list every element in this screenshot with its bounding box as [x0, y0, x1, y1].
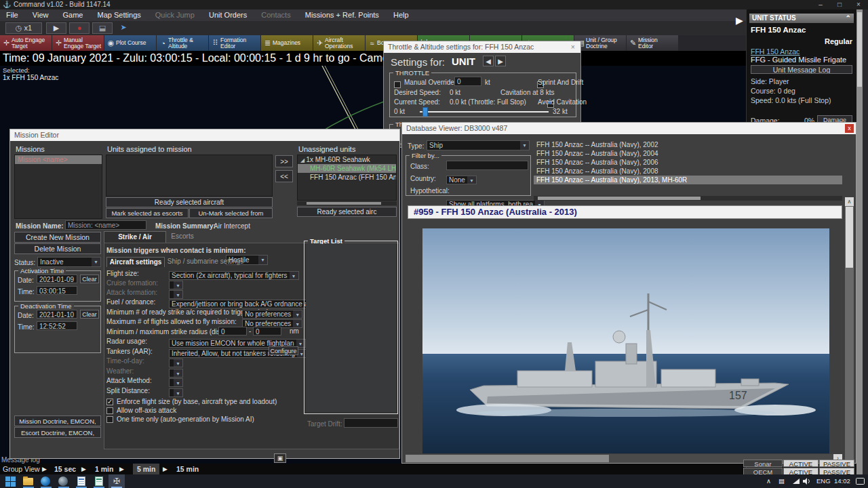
db-vscrollbar[interactable]: ∧ [845, 197, 854, 463]
taskbar-clock[interactable]: 14:02 [834, 474, 850, 488]
subtab-ship-submarine-settings[interactable]: Ship / submarine settings [165, 257, 245, 267]
activation-time-input[interactable]: 03:00:15 [37, 286, 77, 295]
sonar-active-button[interactable]: ACTIVE [783, 460, 818, 467]
aircraft-operations-button[interactable]: ✈Aircraft Operations [313, 35, 365, 51]
subtab-aircraft-settings[interactable]: Aircraft settings [106, 257, 165, 267]
volume-icon[interactable] [803, 478, 811, 485]
target-list-box[interactable] [306, 244, 396, 412]
maximize-button[interactable]: □ [830, 0, 849, 9]
file-explorer-icon[interactable] [23, 476, 34, 487]
tab-strike-air-intercept[interactable]: Strike / Air Intercept [104, 231, 166, 243]
command-game-icon[interactable]: ✠ [111, 476, 122, 487]
step-15min-button[interactable]: 15 min [176, 464, 199, 474]
delete-mission-button[interactable]: Delete Mission [14, 243, 101, 254]
deactivation-date-input[interactable]: 2021-01-10 [37, 310, 77, 319]
scrollbar-thumb[interactable] [846, 207, 853, 268]
result-row[interactable]: FFH 150 Anzac -- Australia (Navy), 2004 [534, 149, 842, 158]
search-results-list[interactable]: FFH 150 Anzac -- Australia (Navy), 2002 … [534, 140, 842, 195]
results-hscrollbar[interactable] [534, 196, 842, 201]
status-dropdown[interactable]: Inactive▾ [37, 257, 101, 267]
steam-icon[interactable] [58, 476, 69, 487]
document-app-icon[interactable] [76, 476, 87, 487]
step-15sec-button[interactable]: 15 sec [54, 464, 76, 474]
result-row[interactable]: FFH 150 Anzac -- Australia (Navy), 2002 [534, 140, 842, 149]
scroll-up-arrow[interactable]: ∧ [845, 197, 854, 206]
unassign-unit-button[interactable]: << [275, 170, 293, 182]
network-icon[interactable] [792, 478, 800, 485]
configure-tankers-button[interactable]: Configure [269, 346, 298, 355]
minimize-button[interactable]: – [811, 0, 830, 9]
result-row-selected[interactable]: FFH 150 Anzac -- Australia (Navy), 2013,… [534, 176, 842, 184]
menu-view[interactable]: View [33, 11, 49, 19]
deactivation-time-input[interactable]: 12:52:52 [37, 321, 77, 330]
scrollbar-thumb[interactable] [406, 455, 609, 462]
unit-message-log-button[interactable]: Unit Message Log [751, 65, 852, 74]
target-drift-input[interactable] [344, 418, 398, 428]
scrollbar-thumb[interactable] [538, 197, 701, 200]
formation-editor-button[interactable]: ⠿Formation Editor [209, 35, 260, 51]
menu-file[interactable]: File [6, 11, 18, 19]
unit-group-doctrine-button[interactable]: ▤Unit / Group Doctrine [574, 35, 626, 51]
min-strike-radius-input[interactable]: 0 [218, 327, 247, 336]
manual-override-checkbox[interactable] [394, 81, 401, 88]
notification-icon[interactable] [856, 478, 865, 485]
activation-clear-button[interactable]: Clear [80, 274, 99, 283]
assign-unit-button[interactable]: >> [275, 155, 293, 167]
enforce-flight-size-checkbox[interactable] [106, 399, 113, 405]
prev-unit-button[interactable]: ◀ [483, 56, 494, 66]
next-unit-button[interactable]: ▶ [495, 56, 506, 66]
mission-editor-button[interactable]: ✎Mission Editor [627, 35, 678, 51]
escort-doctrine-button[interactable]: Escort Doctrine, EMCON, WRA [14, 427, 101, 438]
unmark-escorts-button[interactable]: Un-Mark selected from escorts [189, 208, 273, 218]
result-row[interactable]: FFH 150 Anzac -- Australia (Navy), 2006 [534, 158, 842, 167]
unit-status-header[interactable]: UNIT STATUS ⌃ [749, 14, 854, 23]
tray-expand-icon[interactable]: ∧ [766, 474, 771, 488]
missions-list[interactable]: Mission <name> [14, 155, 102, 219]
scrollbar-thumb[interactable] [307, 202, 381, 205]
collapse-chevron-icon[interactable]: ⌃ [846, 14, 851, 23]
sonar-passive-button[interactable]: PASSIVE [819, 460, 854, 467]
throttle-dialog-titlebar[interactable]: Throttle & Altitude settings for: FFH 15… [384, 41, 580, 53]
step-5min-button-selected[interactable]: 5 min [133, 464, 159, 474]
menu-game[interactable]: Game [63, 11, 83, 19]
ready-selected-aircraft-button[interactable]: Ready selected aircraft [106, 197, 273, 207]
unit-class-link[interactable]: FFH 150 Anzac [751, 47, 852, 56]
off-axis-attack-checkbox[interactable] [106, 407, 113, 414]
display-tray-icon[interactable]: ▤ [778, 474, 785, 488]
mission-doctrine-button[interactable]: Mission Doctrine, EMCON, WRA [14, 415, 101, 426]
one-time-only-checkbox[interactable] [106, 416, 113, 423]
type-dropdown[interactable]: Ship▾ [427, 140, 530, 150]
close-icon[interactable]: × [571, 41, 575, 53]
plot-course-button[interactable]: ◉Plot Course [104, 35, 156, 51]
mission-name-input[interactable]: Mission: <name> [65, 220, 146, 230]
step-1min-button[interactable]: 1 min [95, 464, 113, 474]
split-distance-dropdown[interactable]: ▾ [169, 388, 183, 397]
time-compression-button[interactable]: ◷ x1 [5, 22, 42, 34]
max-strike-radius-input[interactable]: 0 [253, 327, 281, 336]
mark-escorts-button[interactable]: Mark selected as escorts [106, 208, 189, 218]
play-icon[interactable]: ▶ [42, 464, 47, 474]
panel-collapse-arrow-icon[interactable]: ▶ [736, 15, 743, 26]
throttle-altitude-button[interactable]: ◔Throttle & Altitude [157, 35, 208, 51]
manual-engage-target-button[interactable]: ✛Manual Engage Target [52, 35, 104, 51]
right-panel-scrollbar[interactable] [856, 9, 863, 474]
menu-map-settings[interactable]: Map Settings [98, 11, 141, 19]
close-icon[interactable]: x [845, 124, 854, 133]
tree-item-group[interactable]: ◢ 1x MH-60R Seahawk [298, 155, 396, 164]
menu-help[interactable]: Help [393, 11, 409, 19]
class-filter-input[interactable] [446, 161, 528, 170]
start-button[interactable] [5, 476, 16, 487]
mission-list-item[interactable]: Mission <name> [15, 155, 102, 164]
play-icon[interactable]: ▶ [119, 464, 124, 474]
play-button[interactable]: ▶ [46, 22, 66, 34]
country-dropdown[interactable]: None▾ [446, 176, 477, 184]
magazines-button[interactable]: ≣Magazines [261, 35, 313, 51]
edge-browser-icon[interactable] [41, 476, 52, 487]
activation-date-input[interactable]: 2021-01-09 [37, 274, 77, 283]
auto-engage-target-button[interactable]: ✛Auto Engage Target [0, 35, 52, 51]
play-icon[interactable]: ▶ [163, 464, 167, 474]
tree-item-unit[interactable]: FFH 150 Anzac (FFH 150 Anzac) [298, 173, 396, 182]
assigned-units-list[interactable] [106, 155, 273, 197]
speed-slider-thumb[interactable] [422, 107, 428, 117]
record-button[interactable]: ● [69, 22, 90, 34]
